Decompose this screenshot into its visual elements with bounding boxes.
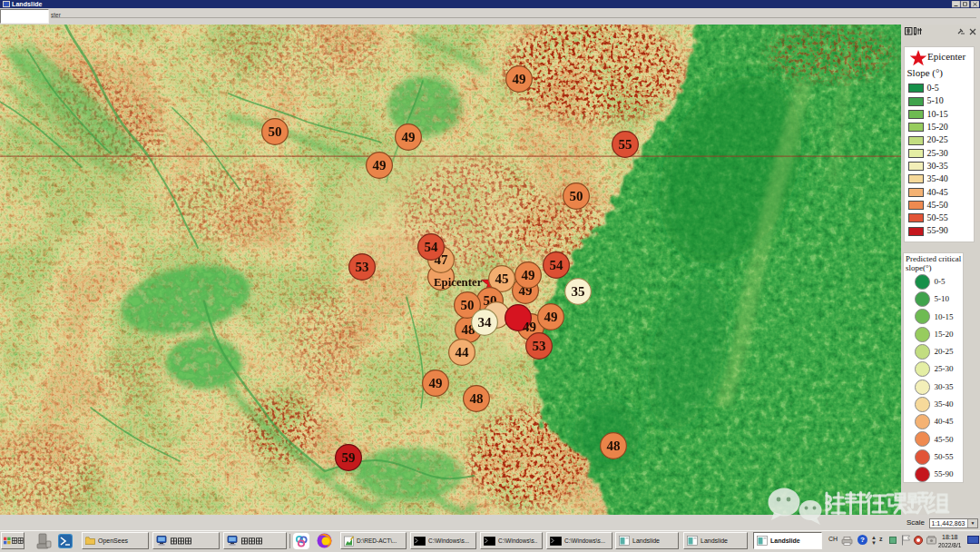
svg-text:49: 49	[402, 130, 416, 144]
svg-text:53: 53	[533, 339, 546, 353]
svg-text:55: 55	[619, 137, 632, 152]
svg-text:54: 54	[550, 258, 564, 272]
svg-text:54: 54	[425, 240, 439, 254]
svg-text:49: 49	[513, 72, 526, 86]
svg-text:49: 49	[373, 158, 387, 172]
svg-text:49: 49	[429, 376, 443, 390]
svg-text:49: 49	[523, 320, 536, 334]
svg-text:50: 50	[570, 189, 583, 203]
svg-text:53: 53	[356, 260, 369, 274]
svg-text:50: 50	[461, 298, 475, 312]
svg-text:34: 34	[478, 315, 493, 330]
svg-text:35: 35	[572, 284, 585, 299]
svg-text:48: 48	[470, 391, 484, 406]
svg-text:50: 50	[269, 124, 282, 139]
svg-text:49: 49	[544, 310, 558, 324]
svg-text:49: 49	[522, 268, 535, 282]
svg-text:48: 48	[607, 439, 621, 453]
svg-text:45: 45	[495, 271, 509, 286]
svg-text:44: 44	[456, 345, 470, 360]
svg-text:59: 59	[342, 450, 356, 465]
svg-text:Epicenter: Epicenter	[434, 276, 483, 289]
